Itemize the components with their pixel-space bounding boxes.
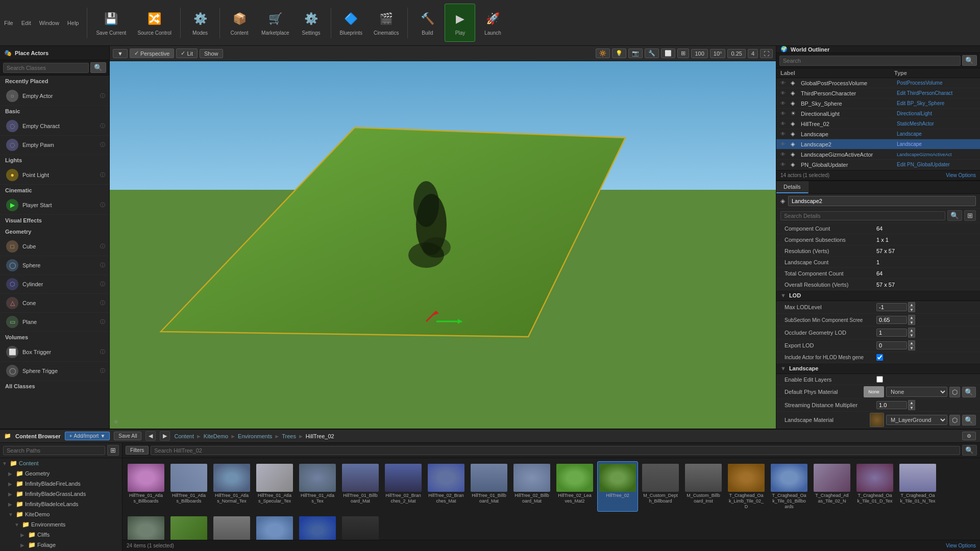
category-visual-effects[interactable]: Visual Effects bbox=[0, 215, 109, 226]
vp-ctrl-3[interactable]: 📷 bbox=[628, 48, 643, 58]
actor-point-light[interactable]: ● Point Light ⓘ bbox=[0, 166, 109, 185]
marketplace-button[interactable]: 🛒 Marketplace bbox=[257, 4, 293, 42]
vis-icon-0[interactable]: 👁 bbox=[780, 80, 789, 86]
actor-empty-actor[interactable]: ○ Empty Actor ⓘ bbox=[0, 87, 109, 106]
details-tab[interactable]: Details bbox=[776, 181, 808, 193]
crumb-trees[interactable]: Trees bbox=[282, 433, 296, 439]
source-control-button[interactable]: 🔀 Source Control bbox=[133, 4, 176, 42]
phys-material-select[interactable]: None bbox=[886, 387, 947, 397]
add-import-button[interactable]: + Add/Import ▼ bbox=[65, 432, 110, 440]
folder-search-input[interactable] bbox=[3, 446, 105, 455]
tree-geometry[interactable]: ▶ 📁 Geometry bbox=[0, 468, 122, 479]
menu-help[interactable]: Help bbox=[67, 20, 79, 26]
asset-item-19[interactable]: T_HillTree_Moss_01_D bbox=[126, 514, 166, 540]
outliner-row-pnglobal[interactable]: 👁 ◈ PN_GlobalUpdater Edit PN_GlobalUpdat… bbox=[776, 160, 980, 170]
category-all-classes[interactable]: All Classes bbox=[0, 381, 109, 392]
vp-fullscreen[interactable]: ⛶ bbox=[760, 49, 773, 58]
actor-cylinder[interactable]: ⬡ Cylinder ⓘ bbox=[0, 275, 109, 294]
actor-info-3[interactable]: ⓘ bbox=[100, 171, 105, 179]
asset-item-6[interactable]: HillTree_02_Branches_2_Mat bbox=[383, 461, 424, 512]
save-all-button[interactable]: Save All bbox=[114, 432, 141, 440]
details-search-input[interactable] bbox=[780, 211, 945, 220]
actor-sphere[interactable]: ◯ Sphere ⓘ bbox=[0, 256, 109, 275]
viewport[interactable]: ⊕ bbox=[110, 61, 776, 429]
asset-search-input[interactable] bbox=[151, 446, 960, 455]
tree-kitedemo[interactable]: ▼ 📁 KiteDemo bbox=[0, 509, 122, 519]
export-down-btn[interactable]: ▼ bbox=[908, 345, 915, 350]
actor-box-trigger[interactable]: ⬜ Box Trigger ⓘ bbox=[0, 343, 109, 362]
actor-cone[interactable]: △ Cone ⓘ bbox=[0, 294, 109, 313]
actor-info-8[interactable]: ⓘ bbox=[100, 299, 105, 307]
actor-sphere-trigger[interactable]: ◯ Sphere Trigge ⓘ bbox=[0, 362, 109, 381]
asset-item-15[interactable]: T_Craghead_Oak_Tile_01_Billboards bbox=[769, 461, 810, 512]
stream-up-btn[interactable]: ▲ bbox=[908, 400, 915, 405]
outliner-row-globalpost[interactable]: 👁 ◈ GlobalPostProcessVolume PostProcessV… bbox=[776, 78, 980, 88]
include-hlod-checkbox[interactable] bbox=[876, 354, 883, 361]
outliner-row-hilltree[interactable]: 👁 ◈ HillTree_02 StaticMeshActor bbox=[776, 119, 980, 129]
details-search-btn[interactable]: 🔍 bbox=[947, 210, 962, 221]
asset-item-22[interactable]: T_HillTree_Billboard_01_N bbox=[254, 514, 295, 540]
asset-item-4[interactable]: HillTree_01_Atlas_Tex bbox=[297, 461, 338, 512]
actor-info-1[interactable]: ⓘ bbox=[100, 122, 105, 130]
tree-foliage[interactable]: ▶ 📁 Foliage bbox=[0, 540, 122, 550]
vp-ctrl-2[interactable]: 💡 bbox=[612, 48, 626, 58]
subsection-up-btn[interactable]: ▲ bbox=[908, 315, 915, 320]
tree-infinityblade-fire[interactable]: ▶ 📁 InfinityBladeFireLands bbox=[0, 479, 122, 489]
asset-item-13[interactable]: M_Custom_Billboard_Inst bbox=[683, 461, 724, 512]
actor-info-7[interactable]: ⓘ bbox=[100, 281, 105, 288]
asset-item-18[interactable]: T_Craghead_Oak_Tile_01_N_Tex bbox=[897, 461, 938, 512]
vp-ctrl-4[interactable]: 🔧 bbox=[645, 48, 659, 58]
landscape-material-pick[interactable]: ⬡ bbox=[949, 415, 960, 425]
crumb-kite[interactable]: KiteDemo bbox=[204, 433, 228, 439]
blueprints-button[interactable]: 🔷 Blueprints bbox=[335, 4, 367, 42]
launch-button[interactable]: 🚀 Launch bbox=[477, 4, 508, 42]
actor-empty-pawn[interactable]: ◌ Empty Pawn ⓘ bbox=[0, 136, 109, 155]
asset-item-24[interactable]: T_HillTree_Billboard_01_SSS bbox=[340, 514, 381, 540]
build-button[interactable]: 🔨 Build bbox=[412, 4, 443, 42]
actor-name-input[interactable] bbox=[788, 196, 976, 206]
asset-search-btn[interactable]: 🔍 bbox=[962, 445, 977, 456]
actor-info-2[interactable]: ⓘ bbox=[100, 141, 105, 148]
asset-item-9[interactable]: HillTree_02_Billboard_Mat bbox=[511, 461, 552, 512]
tree-content[interactable]: ▼ 📁 Content bbox=[0, 458, 122, 468]
actor-cube[interactable]: □ Cube ⓘ bbox=[0, 237, 109, 256]
asset-item-12[interactable]: M_Custom_Depth_Billboard bbox=[640, 461, 681, 512]
actor-info-0[interactable]: ⓘ bbox=[100, 92, 105, 99]
cinematics-button[interactable]: 🎬 Cinematics bbox=[369, 4, 403, 42]
vis-icon-6[interactable]: 👁 bbox=[780, 141, 789, 147]
show-btn[interactable]: Show bbox=[200, 49, 223, 58]
asset-item-10[interactable]: HillTree_02_Leaves_Mat2 bbox=[554, 461, 595, 512]
vis-icon-2[interactable]: 👁 bbox=[780, 101, 789, 106]
asset-item-1[interactable]: HillTree_01_Atlas_Billboards bbox=[168, 461, 209, 512]
crumb-env[interactable]: Environments bbox=[238, 433, 272, 439]
asset-item-0[interactable]: HillTree_01_Atlas_Billboards bbox=[126, 461, 166, 512]
view-options-link[interactable]: View Options bbox=[946, 172, 976, 178]
vp-scale[interactable]: 0.25 bbox=[727, 49, 745, 58]
vp-speed[interactable]: 100 bbox=[691, 49, 707, 58]
actor-info-5[interactable]: ⓘ bbox=[100, 243, 105, 250]
lod-up-btn[interactable]: ▲ bbox=[908, 302, 915, 307]
max-lod-input[interactable] bbox=[876, 303, 907, 311]
outliner-row-landscape[interactable]: 👁 ◈ Landscape Landscape bbox=[776, 129, 980, 139]
search-classes-input[interactable] bbox=[3, 63, 89, 73]
landscape-section-header[interactable]: ▼ Landscape bbox=[776, 363, 980, 374]
occluder-input[interactable] bbox=[876, 329, 907, 337]
landscape-material-select[interactable]: M_LayerGround bbox=[886, 415, 947, 425]
edit-layers-checkbox[interactable] bbox=[876, 376, 883, 383]
occluder-down-btn[interactable]: ▼ bbox=[908, 333, 915, 338]
asset-item-17[interactable]: T_Craghead_Oak_Tile_01_D_Tex bbox=[854, 461, 895, 512]
category-geometry[interactable]: Geometry bbox=[0, 226, 109, 237]
actor-player-start[interactable]: ▶ Player Start ⓘ bbox=[0, 196, 109, 215]
settings-button[interactable]: ⚙️ Settings bbox=[296, 4, 327, 42]
actor-info-4[interactable]: ⓘ bbox=[100, 202, 105, 209]
landscape-material-find[interactable]: 🔍 bbox=[962, 415, 976, 425]
phys-material-pick[interactable]: ⬡ bbox=[949, 387, 960, 397]
viewport-dropdown-btn[interactable]: ▼ bbox=[113, 49, 128, 58]
tree-infinityblade-grass[interactable]: ▶ 📁 InfinityBladeGrassLands bbox=[0, 489, 122, 499]
outliner-row-directional[interactable]: 👁 ☀ DirectionalLight DirectionalLight bbox=[776, 109, 980, 119]
actor-info-9[interactable]: ⓘ bbox=[100, 318, 105, 325]
play-button[interactable]: ▶ Play bbox=[445, 4, 475, 42]
asset-item-23[interactable]: T_HillTree_Billboard_01_S_R bbox=[297, 514, 338, 540]
stream-dist-input[interactable] bbox=[876, 401, 907, 409]
category-basic[interactable]: Basic bbox=[0, 106, 109, 117]
